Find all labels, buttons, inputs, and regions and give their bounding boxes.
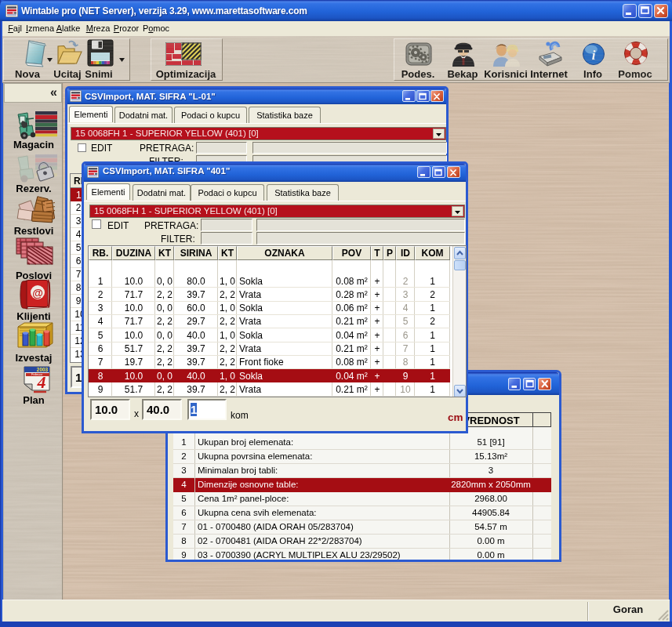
svg-text:2003: 2003 [37,367,49,372]
svg-text:@: @ [32,287,43,299]
svg-text:i: i [592,48,596,63]
svg-text:4: 4 [37,372,46,392]
